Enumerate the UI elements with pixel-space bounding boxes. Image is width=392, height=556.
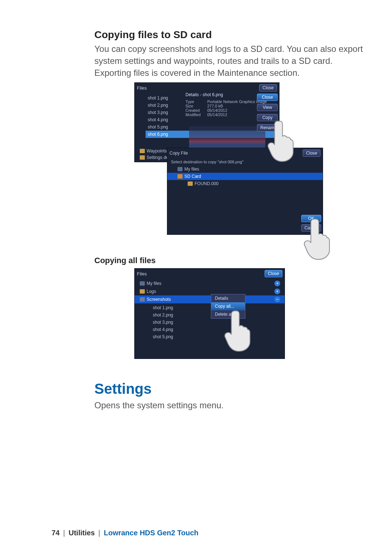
file-item[interactable]: shot 3.png [151, 319, 285, 326]
fold-icon [140, 289, 145, 294]
tree-settings[interactable]: Settings de [135, 154, 171, 161]
page-footer: 74 | Utilities | Lowrance HDS Gen2 Touch [52, 529, 199, 537]
touch-finger-icon [225, 308, 251, 352]
footer-chapter: Utilities [69, 529, 95, 537]
details-row: Modified05/14/2012 [185, 113, 269, 117]
details-row: Created05/14/2012 [185, 108, 269, 113]
copy-dest-prompt: Select destination to copy "shot 006.png… [167, 158, 323, 165]
heading-copying-files: Copying files to SD card [94, 29, 370, 41]
view-button[interactable]: View [257, 104, 278, 111]
close-button[interactable]: Close [303, 150, 320, 157]
copy-file-panel: Copy File Close Select destination to co… [167, 148, 323, 235]
details-row: Size277.0 kB [185, 104, 269, 108]
tree-waypoints[interactable]: Waypoints, [135, 147, 170, 155]
sd-icon [177, 174, 183, 179]
expand-icon[interactable]: + [274, 289, 280, 294]
folder-icon [140, 149, 145, 153]
file-item[interactable]: shot 5.png [151, 333, 285, 340]
folder-icon [140, 155, 145, 160]
expand-icon[interactable]: − [274, 297, 280, 302]
files-title: Files [137, 85, 147, 91]
expand-icon[interactable]: + [274, 281, 280, 286]
touch-finger-icon [269, 119, 294, 162]
fold-icon [188, 181, 193, 186]
close-button[interactable]: Close [259, 84, 277, 91]
tree-item[interactable]: My files+ [135, 279, 285, 287]
footer-product: Lowrance HDS Gen2 Touch [104, 529, 199, 537]
close-button[interactable]: Close [257, 94, 278, 101]
preview-thumbnail [189, 126, 265, 148]
hdd-icon [140, 281, 145, 286]
files-panel: Files Close My files+Logs+Screenshots− s… [134, 268, 285, 359]
sh-icon [140, 297, 145, 302]
file-item[interactable]: shot 4.png [151, 326, 285, 333]
details-row: TypePortable Network Graphics image [185, 99, 269, 104]
page-number: 74 [52, 529, 60, 537]
details-pane: Details - shot 6.png TypePortable Networ… [185, 92, 269, 117]
heading-settings: Settings [94, 381, 370, 397]
dest-item[interactable]: SD Card [167, 173, 323, 180]
intro-paragraph: You can copy screenshots and logs to a S… [94, 43, 370, 79]
menu-item[interactable]: Details [211, 294, 245, 302]
tree-item[interactable]: Logs+ [135, 287, 285, 295]
dest-item[interactable]: My files [167, 165, 323, 173]
files-title: Files [137, 271, 147, 277]
touch-finger-icon [305, 217, 330, 260]
hdd-icon [177, 167, 183, 171]
details-title: Details - shot 6.png [185, 92, 269, 97]
screenshot-copy-single: Files Close shot 1.pngshot 2.pngshot 3.p… [134, 82, 327, 249]
screenshot-copy-all: Files Close My files+Logs+Screenshots− s… [134, 268, 285, 359]
tree-item[interactable]: Screenshots− [135, 295, 285, 303]
copy-file-title: Copy File [170, 151, 188, 156]
settings-body: Opens the system settings menu. [94, 399, 370, 411]
close-button[interactable]: Close [265, 270, 282, 277]
dest-item[interactable]: FOUND.000 [167, 180, 323, 187]
